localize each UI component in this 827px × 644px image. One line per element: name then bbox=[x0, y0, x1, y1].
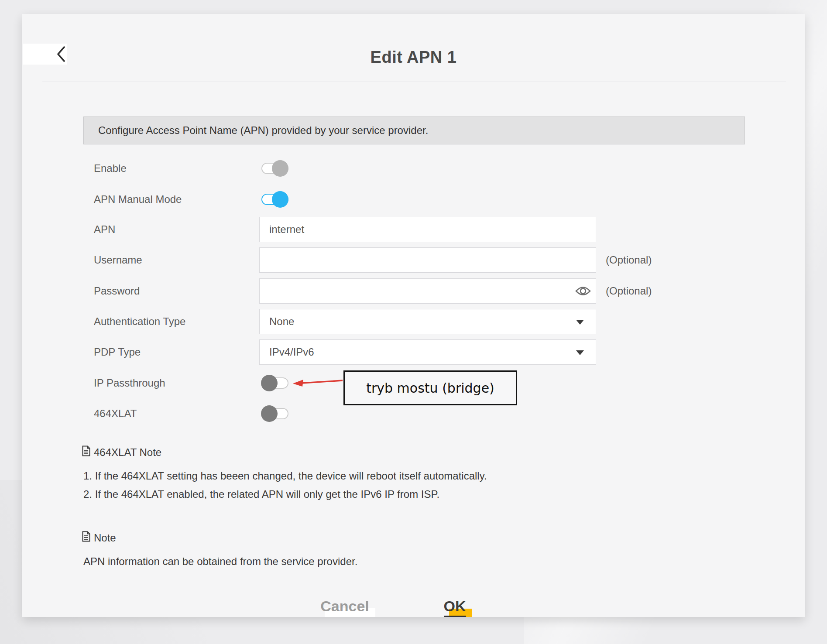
username-optional-hint: (Optional) bbox=[606, 253, 693, 267]
annotation-text: tryb mostu (bridge) bbox=[366, 380, 494, 396]
pdp-type-label: PDP Type bbox=[94, 346, 255, 359]
header-divider bbox=[42, 82, 786, 82]
ok-button[interactable]: OK bbox=[433, 597, 477, 615]
xlat-note-item-2: 2. If the 464XLAT enabled, the related A… bbox=[83, 487, 439, 501]
note-text: APN information can be obtained from the… bbox=[83, 555, 357, 569]
enable-label: Enable bbox=[94, 162, 255, 175]
ip-passthrough-label: IP Passthrough bbox=[94, 377, 255, 390]
info-bar-text: Configure Access Point Name (APN) provid… bbox=[98, 124, 428, 137]
document-icon bbox=[82, 531, 90, 545]
password-input[interactable] bbox=[259, 278, 596, 304]
apn-manual-mode-label: APN Manual Mode bbox=[94, 193, 255, 206]
xlat-note-item-1: 1. If the 464XLAT setting has beeen chan… bbox=[83, 469, 487, 483]
password-visibility-button[interactable] bbox=[575, 285, 591, 297]
authentication-type-value: None bbox=[269, 315, 294, 328]
apn-input[interactable] bbox=[259, 217, 596, 242]
apn-label: APN bbox=[94, 223, 255, 236]
cancel-button[interactable]: Cancel bbox=[301, 597, 388, 615]
enable-toggle[interactable] bbox=[261, 163, 288, 174]
xlat-toggle[interactable] bbox=[261, 408, 288, 419]
username-label: Username bbox=[94, 253, 255, 267]
ip-passthrough-toggle[interactable] bbox=[261, 377, 288, 389]
page-title: Edit APN 1 bbox=[22, 48, 805, 69]
note-title: Note bbox=[94, 531, 116, 545]
ip-passthrough-toggle-knob bbox=[261, 375, 278, 391]
annotation-arrow bbox=[292, 378, 343, 388]
authentication-type-caret-icon[interactable] bbox=[576, 319, 584, 325]
annotation-note-box: tryb mostu (bridge) bbox=[343, 370, 517, 405]
pdp-type-value: IPv4/IPv6 bbox=[269, 346, 314, 358]
password-label: Password bbox=[94, 284, 255, 298]
password-optional-hint: (Optional) bbox=[606, 284, 693, 298]
document-icon bbox=[82, 445, 90, 459]
authentication-type-select[interactable]: None bbox=[259, 309, 596, 334]
eye-icon bbox=[575, 291, 591, 298]
xlat-note-heading: 464XLAT Note bbox=[82, 446, 161, 459]
info-bar: Configure Access Point Name (APN) provid… bbox=[83, 116, 745, 144]
username-input[interactable] bbox=[259, 247, 596, 273]
pdp-type-caret-icon[interactable] bbox=[576, 349, 584, 356]
enable-toggle-knob bbox=[272, 160, 288, 177]
apn-manual-mode-toggle[interactable] bbox=[261, 194, 288, 205]
note-heading: Note bbox=[82, 531, 116, 545]
xlat-note-title: 464XLAT Note bbox=[94, 446, 161, 459]
xlat-toggle-knob bbox=[261, 405, 278, 422]
ok-button-label: OK bbox=[444, 597, 466, 617]
pdp-type-select[interactable]: IPv4/IPv6 bbox=[259, 339, 596, 365]
apn-manual-mode-toggle-knob bbox=[272, 191, 288, 208]
xlat-label: 464XLAT bbox=[94, 407, 255, 420]
authentication-type-label: Authentication Type bbox=[94, 315, 255, 328]
edit-apn-dialog: Edit APN 1 Configure Access Point Name (… bbox=[22, 14, 805, 617]
